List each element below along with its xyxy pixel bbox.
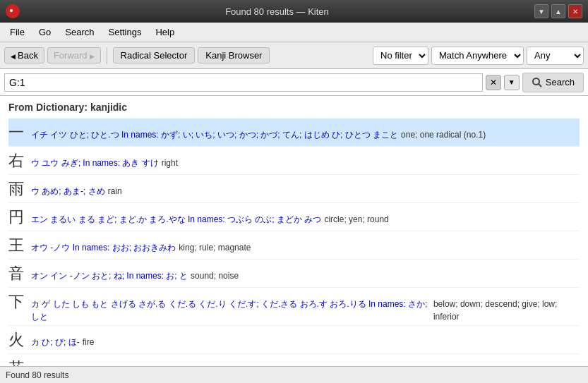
reading-text: オン イン -ノン おと; ね; In names: お; と: [31, 269, 188, 282]
menu-bar: File Go Search Settings Help: [0, 23, 588, 42]
grade-select[interactable]: Any Grade 1 Grade 2 Grade 3: [527, 47, 584, 65]
status-bar: Found 80 results: [0, 366, 588, 383]
filter-select[interactable]: No filter: [373, 47, 428, 65]
svg-line-3: [539, 84, 541, 87]
titlebar-controls: ▼ ▲ ✕: [534, 4, 582, 18]
kanji-browser-button[interactable]: Kanji Browser: [198, 47, 270, 63]
meaning-text: right: [162, 157, 178, 169]
kanji-char: 一: [8, 121, 31, 144]
meaning-text: circle; yen; round: [324, 213, 388, 226]
table-row[interactable]: 円エン まるい まる まど; まど.か まろ.やな In names: つぶら …: [8, 203, 580, 231]
menu-file[interactable]: File: [3, 24, 32, 40]
kanji-char: 円: [8, 205, 31, 229]
search-button[interactable]: Search: [522, 73, 584, 92]
svg-point-2: [533, 78, 539, 85]
match-select[interactable]: Match Anywhere Match Beginning Match Exa…: [431, 47, 524, 65]
meaning-text: one; one radical (no.1): [401, 128, 486, 141]
search-input[interactable]: [4, 73, 483, 92]
forward-icon: [90, 50, 95, 61]
kanji-char: 雨: [8, 177, 31, 200]
kanji-char: 下: [8, 290, 31, 313]
table-row[interactable]: 花カ ケ; はな; In names: わ flower: [8, 354, 580, 366]
reading-text: オウ -ノウ In names: おお; おおきみわ: [31, 241, 176, 254]
meaning-text: flower: [128, 364, 150, 366]
kanji-char: 火: [8, 328, 31, 351]
menu-search[interactable]: Search: [58, 24, 101, 40]
reading-text: ウ あめ; あま-; さめ: [31, 185, 105, 197]
clear-button[interactable]: ✕: [486, 75, 501, 90]
back-icon: [11, 50, 16, 61]
forward-button[interactable]: Forward: [47, 47, 101, 63]
kanji-char: 右: [8, 149, 31, 172]
reading-text: イチ イツ ひと; ひと.つ In names: かず; い; いち; いつ; …: [31, 128, 398, 141]
table-row[interactable]: 右ウ ユウ みぎ; In names: あき すけ right: [8, 147, 580, 175]
toolbar-separator: [107, 47, 107, 64]
kanji-char: 音: [8, 262, 31, 285]
radical-selector-button[interactable]: Radical Selector: [113, 47, 196, 63]
table-row[interactable]: 一イチ イツ ひと; ひと.つ In names: かず; い; いち; いつ;…: [8, 118, 580, 147]
meaning-text: rain: [108, 185, 122, 197]
reading-text: カ ゲ した しも もと さげる さが.る くだ.る くだ.り くだ.す; くだ…: [31, 298, 431, 323]
search-options-dropdown[interactable]: ▼: [504, 75, 520, 90]
toolbar: Back Forward Radical Selector Kanji Brow…: [0, 42, 588, 69]
menu-help[interactable]: Help: [148, 24, 181, 40]
table-row[interactable]: 火カ ひ; び; ほ- fire: [8, 326, 580, 354]
svg-point-1: [10, 9, 13, 12]
reading-text: カ ひ; び; ほ-: [31, 336, 80, 348]
svg-point-0: [8, 7, 17, 16]
meaning-text: fire: [83, 336, 95, 348]
reading-text: ウ ユウ みぎ; In names: あき すけ: [31, 157, 159, 169]
title-bar: Found 80 results — Kiten ▼ ▲ ✕: [0, 0, 588, 23]
search-bar: ✕ ▼ Search: [0, 69, 588, 96]
table-row[interactable]: 下カ ゲ した しも もと さげる さが.る くだ.る くだ.り くだ.す; く…: [8, 288, 580, 326]
titlebar-left: [6, 4, 20, 18]
kanji-char: 花: [8, 356, 31, 366]
table-row[interactable]: 王オウ -ノウ In names: おお; おおきみわ king; rule; …: [8, 231, 580, 260]
restore-button[interactable]: ▲: [551, 4, 565, 18]
app-icon: [6, 4, 20, 18]
close-button[interactable]: ✕: [568, 4, 582, 18]
back-button[interactable]: Back: [4, 47, 44, 63]
minimize-button[interactable]: ▼: [534, 4, 548, 18]
meaning-text: below; down; descend; give; low; inferio…: [433, 298, 580, 323]
reading-text: エン まるい まる まど; まど.か まろ.やな In names: つぶら の…: [31, 213, 321, 226]
titlebar-title: Found 80 results — Kiten: [20, 6, 534, 17]
table-row[interactable]: 音オン イン -ノン おと; ね; In names: お; と sound; …: [8, 260, 580, 288]
meaning-text: king; rule; magnate: [179, 241, 251, 254]
kanji-char: 王: [8, 233, 31, 257]
menu-settings[interactable]: Settings: [102, 24, 149, 40]
results-panel[interactable]: From Dictionary: kanjidic 一イチ イツ ひと; ひと.…: [0, 96, 588, 366]
reading-text: カ ケ; はな; In names: わ: [31, 364, 125, 366]
dict-header: From Dictionary: kanjidic: [8, 102, 580, 113]
results-list: 一イチ イツ ひと; ひと.つ In names: かず; い; いち; いつ;…: [8, 118, 580, 366]
menu-go[interactable]: Go: [32, 24, 58, 40]
status-text: Found 80 results: [6, 370, 68, 380]
search-icon: [532, 77, 543, 88]
meaning-text: sound; noise: [191, 269, 239, 282]
table-row[interactable]: 雨ウ あめ; あま-; さめ rain: [8, 175, 580, 203]
